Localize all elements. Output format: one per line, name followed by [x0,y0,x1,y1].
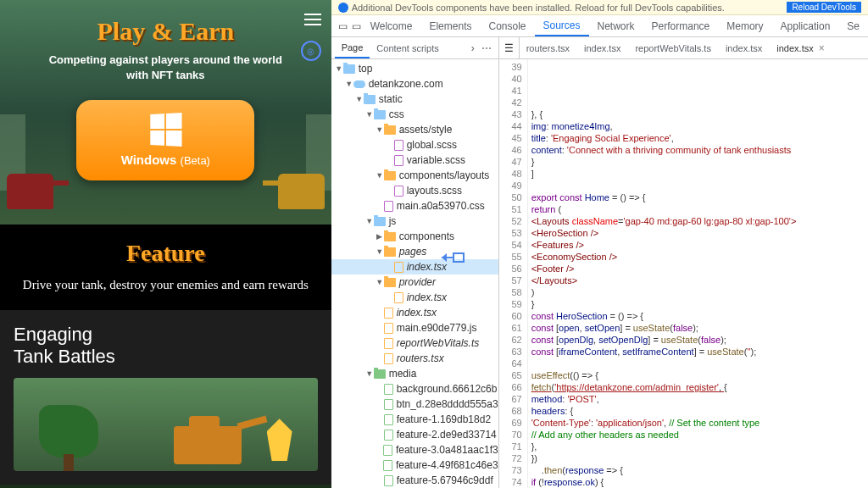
tree-file[interactable]: main.a0a53970.css [331,198,498,214]
code-line[interactable]: <EconomySection /> [531,251,865,263]
code-line[interactable]: .then(response => { [531,464,865,476]
code-line[interactable] [531,180,865,191]
tree-file[interactable]: feature-4.49f681c46e3 [331,458,498,473]
tree-file[interactable]: index.tsx [331,290,498,305]
tree-file[interactable]: main.e90de779.js [331,320,498,336]
tree-file[interactable]: global.scss [331,137,498,152]
devtools-tab-console[interactable]: Console [480,15,534,36]
tree-folder-components-layouts[interactable]: ▼components/layouts [331,168,498,183]
code-line[interactable]: // Add any other headers as needed [531,429,865,441]
editor-tab[interactable]: index.tsx× [770,37,832,58]
code-line[interactable]: ) [531,286,865,298]
tree-file[interactable]: index.tsx [331,305,498,320]
tree-file[interactable]: reportWebVitals.ts [331,336,498,351]
code-line[interactable]: method: 'POST', [531,393,865,405]
code-line[interactable]: 'Content-Type': 'application/json', // S… [531,417,865,429]
inspect-icon[interactable]: ▭ [335,15,348,36]
devtools-info-banner: Additional DevTools components have been… [331,0,868,15]
tree-file[interactable]: feature-3.0a481aac1f3 [331,442,498,458]
devtools-tab-welcome[interactable]: Welcome [362,15,421,36]
code-line[interactable]: }) [531,452,865,464]
tree-file[interactable]: background.66612c6b [331,381,498,396]
game-site-preview: ◎ Play & Earn Competing against players … [0,0,331,488]
windows-download-button[interactable]: Windows (Beta) [76,100,254,180]
editor-tabs: ☰ routers.tsxindex.tsxreportWebVitals.ts… [499,37,868,59]
arrow-annotation [440,251,465,264]
chevron-right-icon[interactable]: › [471,42,475,54]
tree-folder-components[interactable]: ▶components [331,229,498,244]
tree-folder-provider[interactable]: ▼provider [331,274,498,290]
code-line[interactable]: content: 'Connect with a thriving commun… [531,144,865,156]
file-tree[interactable]: ▼top ▼detankzone.com ▼static ▼css ▼asset… [331,59,498,488]
devtools-tab-application[interactable]: Application [772,15,839,36]
tree-domain[interactable]: ▼detankzone.com [331,76,498,92]
code-content[interactable]: }, { img: monetize4Img, title: 'Engaging… [528,59,868,488]
tree-folder-assets-style[interactable]: ▼assets/style [331,122,498,137]
tree-folder-media[interactable]: ▼media [331,366,498,381]
close-icon[interactable]: × [819,42,825,54]
sources-sidebar: Page Content scripts › ⋯ ▼top ▼detankzon… [331,37,499,488]
editor-tab[interactable]: routers.tsx [520,37,577,58]
code-line[interactable]: if (!response.ok) { [531,476,865,488]
tree-folder-static[interactable]: ▼static [331,92,498,107]
devtools-tab-se[interactable]: Se [838,15,868,36]
tree-top[interactable]: ▼top [331,61,498,76]
crystal-art [267,419,292,461]
nav-icon[interactable]: ☰ [499,37,520,58]
tree-file[interactable]: btn_d.28e8dddd555a3 [331,396,498,412]
code-line[interactable]: } [531,298,865,310]
code-line[interactable]: useEffect(() => { [531,369,865,381]
tree-folder-pages[interactable]: ▼pages [331,244,498,259]
code-line[interactable]: img: monetize4Img, [531,120,865,132]
code-line[interactable]: ] [531,168,865,180]
code-line[interactable]: }, [531,441,865,452]
feature-title: Feature [17,240,314,267]
tree-file[interactable]: layouts.scss [331,183,498,198]
code-line[interactable]: const [open, setOpen] = useState(false); [531,322,865,334]
devtools-main-tabs: ▭ ▭ WelcomeElementsConsoleSourcesNetwork… [331,15,868,37]
page-tab[interactable]: Page [335,37,370,58]
tree-folder-css[interactable]: ▼css [331,107,498,122]
code-line[interactable] [531,358,865,369]
editor-tab[interactable]: reportWebVitals.ts [628,37,718,58]
code-line[interactable]: <HeroSection /> [531,227,865,239]
tree-file[interactable]: feature-2.de9ed33714 [331,427,498,442]
tank-art-yellow [278,174,325,209]
code-line[interactable]: fetch('https://detankzone.com/admin_regi… [531,381,865,393]
tree-folder-js[interactable]: ▼js [331,214,498,229]
more-icon[interactable]: ⋯ [481,42,492,54]
tree-file[interactable]: routers.tsx [331,351,498,366]
code-line[interactable]: } [531,156,865,168]
editor-tab[interactable]: index.tsx [719,37,770,58]
code-line[interactable]: <Footer /> [531,263,865,274]
code-line[interactable]: <Layouts className='gap-40 md:gap-60 lg:… [531,215,865,227]
devtools-tab-elements[interactable]: Elements [420,15,480,36]
devtools-tab-sources[interactable]: Sources [535,15,589,36]
code-line[interactable]: <Features /> [531,239,865,251]
code-line[interactable]: headers: { [531,405,865,417]
editor-tab[interactable]: index.tsx [577,37,628,58]
reload-devtools-button[interactable]: Reload DevTools [787,2,861,13]
sources-more: › ⋯ [471,37,495,58]
code-area[interactable]: 3940414243444546474849505152535455565758… [499,59,868,488]
code-line[interactable]: </Layouts> [531,274,865,286]
tree-file[interactable]: feature-5.67946c9ddf [331,473,498,488]
menu-icon[interactable] [304,10,321,29]
devtools-tab-performance[interactable]: Performance [643,15,719,36]
tree-art [39,405,98,471]
devtools-tab-memory[interactable]: Memory [718,15,771,36]
tree-file[interactable]: variable.scss [331,152,498,168]
content-scripts-tab[interactable]: Content scripts [370,37,445,58]
code-line[interactable]: const [iframeContent, setIframeContent] … [531,346,865,358]
devtools-tab-network[interactable]: Network [589,15,643,36]
code-line[interactable]: return ( [531,203,865,215]
tree-file-index-selected[interactable]: index.tsx [331,259,498,274]
code-line[interactable]: title: 'Engaging Social Experience', [531,132,865,144]
device-icon[interactable]: ▭ [348,15,362,36]
code-line[interactable]: export const Home = () => { [531,191,865,203]
code-line[interactable]: const HeroSection = () => { [531,310,865,322]
tree-file[interactable]: feature-1.169db18d2 [331,412,498,427]
code-line[interactable]: const [openDlg, setOpenDlg] = useState(f… [531,334,865,346]
target-icon[interactable]: ◎ [301,41,321,61]
code-line[interactable]: }, { [531,108,865,120]
